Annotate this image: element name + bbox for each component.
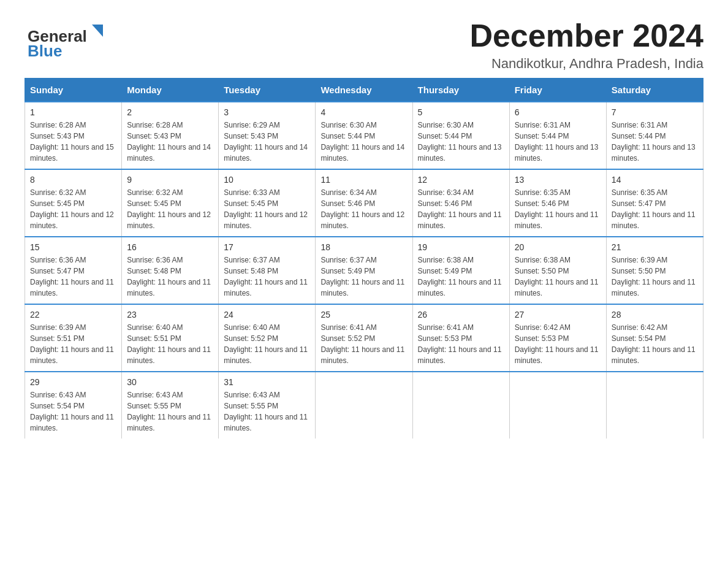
calendar-week-3: 15Sunrise: 6:36 AMSunset: 5:47 PMDayligh… <box>25 237 703 304</box>
calendar-cell: 11Sunrise: 6:34 AMSunset: 5:46 PMDayligh… <box>316 169 412 237</box>
calendar-cell: 29Sunrise: 6:43 AMSunset: 5:54 PMDayligh… <box>25 372 122 439</box>
calendar-cell: 17Sunrise: 6:37 AMSunset: 5:48 PMDayligh… <box>219 237 316 304</box>
day-info: Sunrise: 6:30 AMSunset: 5:44 PMDaylight:… <box>320 120 407 164</box>
day-info: Sunrise: 6:34 AMSunset: 5:46 PMDaylight:… <box>418 187 504 231</box>
header: General Blue December 2024 Nandikotkur, … <box>25 18 703 72</box>
header-day-monday: Monday <box>122 79 219 102</box>
day-number: 24 <box>224 310 310 320</box>
calendar-cell: 31Sunrise: 6:43 AMSunset: 5:55 PMDayligh… <box>219 372 316 439</box>
day-number: 3 <box>224 107 310 117</box>
calendar-cell: 24Sunrise: 6:40 AMSunset: 5:52 PMDayligh… <box>219 304 316 372</box>
day-info: Sunrise: 6:34 AMSunset: 5:46 PMDaylight:… <box>320 187 407 231</box>
day-info: Sunrise: 6:35 AMSunset: 5:46 PMDaylight:… <box>515 187 601 231</box>
header-day-thursday: Thursday <box>412 79 509 102</box>
header-day-wednesday: Wednesday <box>316 79 412 102</box>
day-number: 26 <box>418 310 504 320</box>
day-info: Sunrise: 6:39 AMSunset: 5:51 PMDaylight:… <box>30 322 116 366</box>
day-number: 21 <box>612 242 698 252</box>
calendar-cell: 20Sunrise: 6:38 AMSunset: 5:50 PMDayligh… <box>509 237 606 304</box>
header-day-sunday: Sunday <box>25 79 122 102</box>
logo-area: General Blue <box>25 18 104 61</box>
calendar-cell: 30Sunrise: 6:43 AMSunset: 5:55 PMDayligh… <box>122 372 219 439</box>
svg-marker-1 <box>92 25 103 37</box>
day-info: Sunrise: 6:36 AMSunset: 5:48 PMDaylight:… <box>127 255 213 299</box>
day-number: 28 <box>612 310 698 320</box>
day-number: 14 <box>612 175 698 185</box>
logo-svg: General Blue <box>25 18 104 61</box>
header-day-friday: Friday <box>509 79 606 102</box>
calendar-cell: 21Sunrise: 6:39 AMSunset: 5:50 PMDayligh… <box>606 237 703 304</box>
day-number: 15 <box>30 242 116 252</box>
day-info: Sunrise: 6:37 AMSunset: 5:48 PMDaylight:… <box>224 255 310 299</box>
calendar-cell: 18Sunrise: 6:37 AMSunset: 5:49 PMDayligh… <box>316 237 412 304</box>
day-number: 4 <box>320 107 407 117</box>
calendar-cell: 13Sunrise: 6:35 AMSunset: 5:46 PMDayligh… <box>509 169 606 237</box>
day-number: 8 <box>30 175 116 185</box>
day-info: Sunrise: 6:43 AMSunset: 5:54 PMDaylight:… <box>30 389 116 434</box>
calendar-cell: 8Sunrise: 6:32 AMSunset: 5:45 PMDaylight… <box>25 169 122 237</box>
day-info: Sunrise: 6:33 AMSunset: 5:45 PMDaylight:… <box>224 187 310 231</box>
day-info: Sunrise: 6:32 AMSunset: 5:45 PMDaylight:… <box>30 187 116 231</box>
day-number: 13 <box>515 175 601 185</box>
header-day-saturday: Saturday <box>606 79 703 102</box>
day-number: 19 <box>418 242 504 252</box>
day-info: Sunrise: 6:39 AMSunset: 5:50 PMDaylight:… <box>612 255 698 299</box>
day-number: 9 <box>127 175 213 185</box>
day-number: 30 <box>127 377 213 387</box>
calendar-week-5: 29Sunrise: 6:43 AMSunset: 5:54 PMDayligh… <box>25 372 703 439</box>
calendar-cell: 27Sunrise: 6:42 AMSunset: 5:53 PMDayligh… <box>509 304 606 372</box>
day-number: 22 <box>30 310 116 320</box>
calendar-cell: 14Sunrise: 6:35 AMSunset: 5:47 PMDayligh… <box>606 169 703 237</box>
day-number: 7 <box>612 107 698 117</box>
calendar-cell <box>606 372 703 439</box>
header-day-tuesday: Tuesday <box>219 79 316 102</box>
calendar-cell: 2Sunrise: 6:28 AMSunset: 5:43 PMDaylight… <box>122 102 219 169</box>
calendar-cell: 16Sunrise: 6:36 AMSunset: 5:48 PMDayligh… <box>122 237 219 304</box>
day-info: Sunrise: 6:32 AMSunset: 5:45 PMDaylight:… <box>127 187 213 231</box>
day-info: Sunrise: 6:35 AMSunset: 5:47 PMDaylight:… <box>612 187 698 231</box>
day-info: Sunrise: 6:31 AMSunset: 5:44 PMDaylight:… <box>515 120 601 164</box>
day-number: 29 <box>30 377 116 387</box>
title-area: December 2024 Nandikotkur, Andhra Prades… <box>469 18 703 72</box>
calendar-cell: 12Sunrise: 6:34 AMSunset: 5:46 PMDayligh… <box>412 169 509 237</box>
calendar-cell: 9Sunrise: 6:32 AMSunset: 5:45 PMDaylight… <box>122 169 219 237</box>
calendar-cell <box>509 372 606 439</box>
day-info: Sunrise: 6:41 AMSunset: 5:52 PMDaylight:… <box>320 322 407 366</box>
calendar-week-1: 1Sunrise: 6:28 AMSunset: 5:43 PMDaylight… <box>25 102 703 169</box>
day-info: Sunrise: 6:41 AMSunset: 5:53 PMDaylight:… <box>418 322 504 366</box>
day-info: Sunrise: 6:29 AMSunset: 5:43 PMDaylight:… <box>224 120 310 164</box>
day-info: Sunrise: 6:30 AMSunset: 5:44 PMDaylight:… <box>418 120 504 164</box>
day-info: Sunrise: 6:42 AMSunset: 5:53 PMDaylight:… <box>515 322 601 366</box>
day-info: Sunrise: 6:38 AMSunset: 5:50 PMDaylight:… <box>515 255 601 299</box>
day-number: 17 <box>224 242 310 252</box>
day-number: 31 <box>224 377 310 387</box>
day-number: 10 <box>224 175 310 185</box>
calendar-week-2: 8Sunrise: 6:32 AMSunset: 5:45 PMDaylight… <box>25 169 703 237</box>
day-number: 12 <box>418 175 504 185</box>
calendar-cell: 15Sunrise: 6:36 AMSunset: 5:47 PMDayligh… <box>25 237 122 304</box>
day-info: Sunrise: 6:36 AMSunset: 5:47 PMDaylight:… <box>30 255 116 299</box>
day-info: Sunrise: 6:37 AMSunset: 5:49 PMDaylight:… <box>320 255 407 299</box>
calendar-cell: 1Sunrise: 6:28 AMSunset: 5:43 PMDaylight… <box>25 102 122 169</box>
day-number: 16 <box>127 242 213 252</box>
day-info: Sunrise: 6:42 AMSunset: 5:54 PMDaylight:… <box>612 322 698 366</box>
day-number: 18 <box>320 242 407 252</box>
calendar-cell: 19Sunrise: 6:38 AMSunset: 5:49 PMDayligh… <box>412 237 509 304</box>
calendar-cell: 26Sunrise: 6:41 AMSunset: 5:53 PMDayligh… <box>412 304 509 372</box>
day-number: 11 <box>320 175 407 185</box>
calendar-week-4: 22Sunrise: 6:39 AMSunset: 5:51 PMDayligh… <box>25 304 703 372</box>
calendar-cell: 22Sunrise: 6:39 AMSunset: 5:51 PMDayligh… <box>25 304 122 372</box>
day-info: Sunrise: 6:28 AMSunset: 5:43 PMDaylight:… <box>127 120 213 164</box>
day-info: Sunrise: 6:43 AMSunset: 5:55 PMDaylight:… <box>224 389 310 434</box>
calendar-header-row: SundayMondayTuesdayWednesdayThursdayFrid… <box>25 79 703 102</box>
calendar-cell: 28Sunrise: 6:42 AMSunset: 5:54 PMDayligh… <box>606 304 703 372</box>
day-info: Sunrise: 6:38 AMSunset: 5:49 PMDaylight:… <box>418 255 504 299</box>
calendar-cell: 7Sunrise: 6:31 AMSunset: 5:44 PMDaylight… <box>606 102 703 169</box>
calendar-table: SundayMondayTuesdayWednesdayThursdayFrid… <box>25 78 703 439</box>
day-number: 6 <box>515 107 601 117</box>
logo-container: General Blue <box>25 18 104 61</box>
calendar-cell: 10Sunrise: 6:33 AMSunset: 5:45 PMDayligh… <box>219 169 316 237</box>
calendar-cell: 3Sunrise: 6:29 AMSunset: 5:43 PMDaylight… <box>219 102 316 169</box>
day-number: 23 <box>127 310 213 320</box>
calendar-cell <box>412 372 509 439</box>
